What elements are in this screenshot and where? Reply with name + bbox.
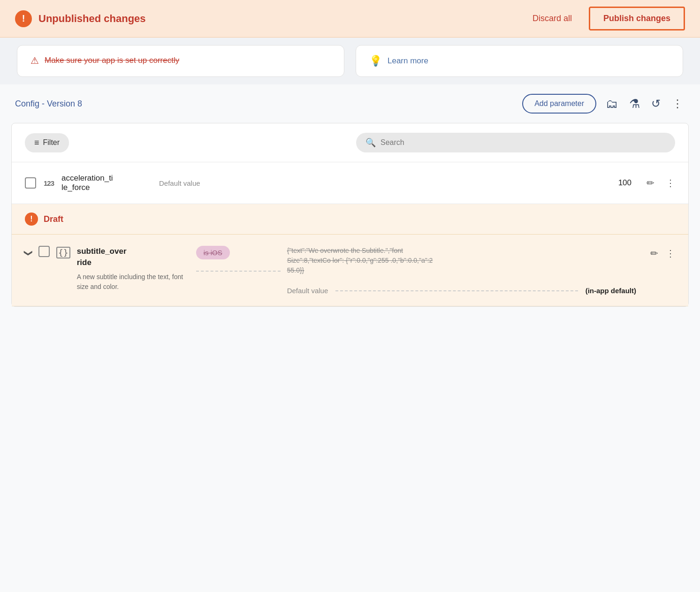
banner-title: Unpublished changes [38,13,146,25]
draft-param-name: subtitle_override [77,246,190,268]
draft-param-info: subtitle_override A new subtitle includi… [77,246,190,292]
search-icon: 🔍 [365,137,376,148]
unpublished-banner: ! Unpublished changes Discard all Publis… [0,0,700,38]
folder-button[interactable]: 🗂 [604,95,620,113]
search-box[interactable]: 🔍 [356,133,675,152]
learn-more-text[interactable]: Learn more [388,56,428,66]
condition-area: is iOS [196,246,281,272]
config-title: Config - Version 8 [15,99,522,109]
learn-content: 💡 Learn more [369,55,670,67]
strikethrough-value: {"text":"We overwrote the Subtitle.","fo… [287,246,437,275]
history-icon: ↺ [651,97,661,110]
param-value: 100 [603,178,632,188]
flask-icon: ⚗ [629,97,640,111]
config-actions: Add parameter 🗂 ⚗ ↺ ⋮ [522,94,685,114]
draft-edit-icon[interactable]: ✏ [650,248,658,259]
filter-button[interactable]: ≡ Filter [25,133,69,152]
search-input[interactable] [380,138,666,147]
warning-triangle-icon: ⚠ [30,55,39,66]
default-value-label: Default value [159,179,200,187]
draft-alert-icon: ! [25,213,38,226]
chevron-down-icon[interactable]: ❯ [23,250,34,257]
default-value-row: Default value (in-app default) [287,287,636,295]
dashed-separator [335,290,578,291]
learn-more-card[interactable]: 💡 Learn more [356,45,683,77]
draft-title: Draft [44,214,63,224]
filter-icon: ≡ [34,138,39,148]
filter-search-row: ≡ Filter 🔍 [12,123,688,162]
more-vert-icon: ⋮ [672,97,683,110]
flask-button[interactable]: ⚗ [627,95,642,113]
default-value-label-draft: Default value [287,287,328,295]
bulb-icon: 💡 [369,55,382,67]
row-checkbox[interactable] [25,177,36,189]
draft-param-row: ❯ {} subtitle_override A new subtitle in… [12,235,688,306]
cards-row: ⚠ Make sure your app is set up correctly… [0,38,700,84]
banner-actions: Discard all Publish changes [527,7,685,30]
draft-row-checkbox[interactable] [38,246,50,257]
banner-left: ! Unpublished changes [15,10,527,27]
value-area: {"text":"We overwrote the Subtitle.","fo… [287,246,636,295]
in-app-default-value: (in-app default) [586,287,636,295]
draft-param-description: A new subtitle including the text, font … [77,272,190,292]
filter-label: Filter [43,138,60,147]
edit-icon[interactable]: ✏ [647,177,654,189]
draft-header: ! Draft [12,204,688,235]
more-options-icon[interactable]: ⋮ [666,177,675,189]
config-header: Config - Version 8 Add parameter 🗂 ⚗ ↺ ⋮ [0,84,700,123]
discard-all-button[interactable]: Discard all [527,10,578,27]
param-name: acceleration_tile_force [61,174,146,192]
draft-row-actions: ✏ ⋮ [643,246,675,259]
table-row: 123 acceleration_tile_force Default valu… [12,162,688,204]
warning-card: ⚠ Make sure your app is set up correctly [17,45,344,77]
draft-more-options-icon[interactable]: ⋮ [666,248,675,259]
number-type-icon: 123 [44,179,54,187]
folder-icon: 🗂 [606,97,618,111]
history-button[interactable]: ↺ [649,95,662,112]
dashed-separator-line [196,271,281,272]
alert-icon: ! [15,10,32,27]
add-parameter-button[interactable]: Add parameter [522,94,596,114]
condition-pill: is iOS [196,246,230,259]
draft-section: ! Draft ❯ {} subtitle_override A new sub… [12,204,688,306]
more-options-button[interactable]: ⋮ [670,95,685,112]
warning-text: Make sure your app is set up correctly [45,56,179,65]
warning-content: ⚠ Make sure your app is set up correctly [30,55,331,66]
json-type-icon: {} [56,247,70,258]
main-content: ≡ Filter 🔍 123 acceleration_tile_force D… [11,123,689,307]
publish-changes-button[interactable]: Publish changes [589,7,685,30]
